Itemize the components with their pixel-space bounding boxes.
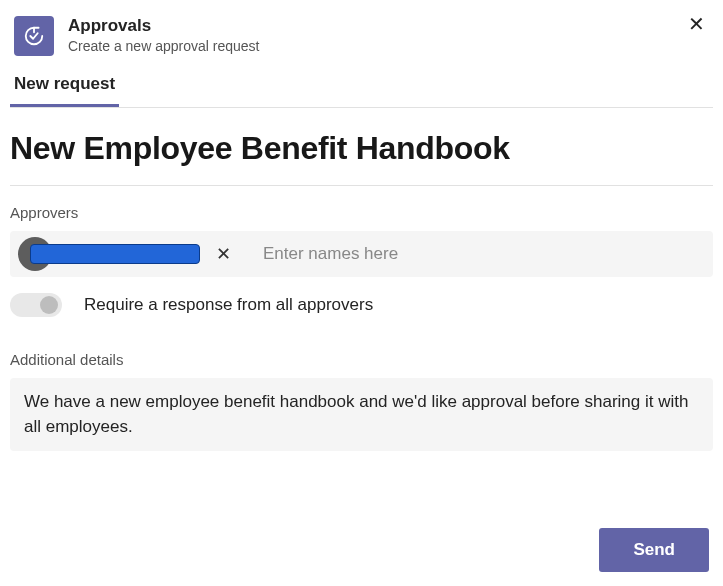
send-button[interactable]: Send: [599, 528, 709, 572]
approvers-input[interactable]: [247, 244, 705, 264]
tab-new-request[interactable]: New request: [10, 66, 119, 107]
approvers-label: Approvers: [10, 204, 713, 221]
toggle-knob: [40, 296, 58, 314]
tab-bar: New request: [0, 66, 723, 107]
close-icon: ✕: [688, 13, 705, 35]
approvers-field[interactable]: ✕: [10, 231, 713, 277]
close-icon: ✕: [216, 244, 231, 264]
close-button[interactable]: ✕: [684, 10, 709, 38]
footer-actions: Send: [599, 528, 709, 572]
app-title: Approvals: [68, 16, 259, 36]
approvals-checkmark-arrow-icon: [23, 25, 45, 47]
divider: [10, 185, 713, 186]
app-subtitle: Create a new approval request: [68, 38, 259, 54]
content-area: New Employee Benefit Handbook Approvers …: [0, 108, 723, 451]
require-all-toggle[interactable]: [10, 293, 62, 317]
remove-approver-button[interactable]: ✕: [212, 243, 235, 265]
details-text: We have a new employee benefit handbook …: [24, 392, 688, 436]
request-title: New Employee Benefit Handbook: [10, 130, 713, 167]
dialog-header: Approvals Create a new approval request …: [0, 0, 723, 66]
approvals-app-icon: [14, 16, 54, 56]
require-all-toggle-row: Require a response from all approvers: [10, 293, 713, 317]
require-all-label: Require a response from all approvers: [84, 295, 373, 315]
approver-name-redacted: [30, 244, 200, 264]
additional-details-field[interactable]: We have a new employee benefit handbook …: [10, 378, 713, 451]
details-label: Additional details: [10, 351, 713, 368]
approver-chip[interactable]: ✕: [18, 236, 241, 272]
header-titles: Approvals Create a new approval request: [68, 16, 259, 54]
